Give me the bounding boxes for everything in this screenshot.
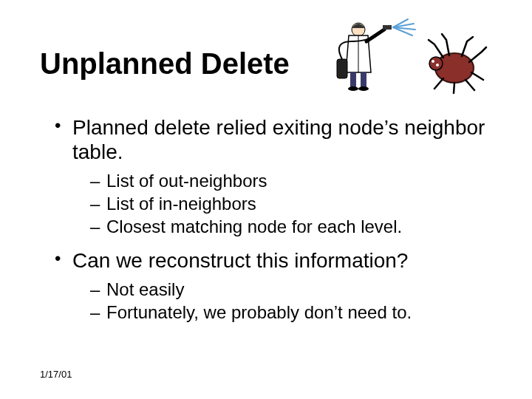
sub-bullet-item: List of out-neighbors	[72, 170, 495, 193]
svg-point-4	[348, 86, 358, 91]
sub-bullet-item: Closest matching node for each level.	[72, 216, 495, 239]
slide-date: 1/17/01	[40, 369, 72, 380]
svg-rect-6	[337, 59, 347, 78]
bullet-text: Planned delete relied exiting node’s nei…	[72, 116, 485, 163]
bullet-item: Planned delete relied exiting node’s nei…	[52, 115, 495, 238]
bullet-item: Can we reconstruct this information? Not…	[52, 248, 495, 324]
sub-bullet-item: Not easily	[72, 279, 495, 301]
bullet-text: Can we reconstruct this information?	[72, 249, 408, 272]
slide-body: Planned delete relied exiting node’s nei…	[52, 115, 495, 335]
svg-point-14	[429, 57, 443, 70]
svg-point-16	[436, 64, 439, 66]
exterminator-bug-illustration	[318, 15, 488, 96]
exterminator-icon	[337, 19, 415, 91]
svg-rect-7	[383, 25, 392, 30]
bug-icon	[429, 34, 486, 93]
svg-rect-3	[361, 72, 366, 87]
svg-rect-2	[350, 72, 356, 87]
svg-point-5	[358, 86, 369, 91]
sub-bullet-item: List of in-neighbors	[72, 193, 495, 216]
sub-bullet-item: Fortunately, we probably don’t need to.	[72, 301, 495, 324]
slide: Unplanned Delete	[0, 0, 532, 399]
svg-point-15	[432, 60, 434, 63]
slide-title: Unplanned Delete	[40, 47, 290, 81]
